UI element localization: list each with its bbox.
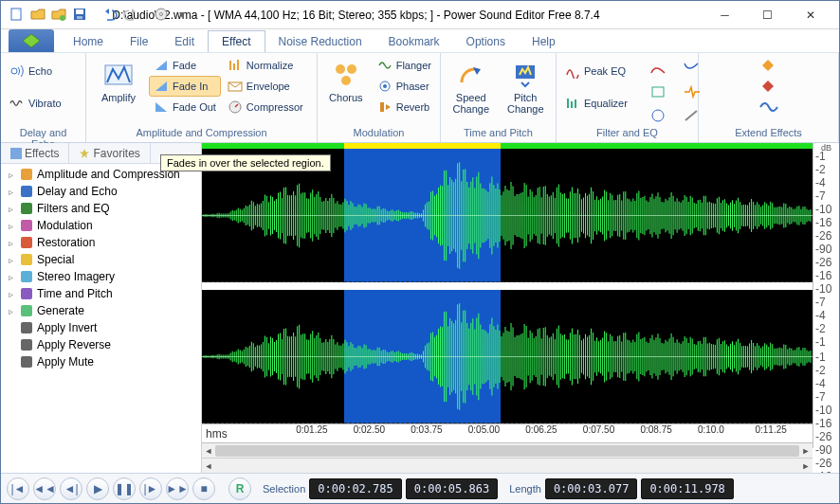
chorus-button[interactable]: Chorus	[321, 55, 371, 108]
tree-item[interactable]: Apply Invert	[1, 319, 201, 336]
tree-item[interactable]: ▹Time and Pitch	[1, 285, 201, 302]
close-button[interactable]: ✕	[789, 2, 831, 28]
tree-item[interactable]: Apply Reverse	[1, 336, 201, 353]
scroll-thumb[interactable]	[215, 445, 799, 457]
sidebar-tab-effects[interactable]: Effects	[1, 143, 69, 163]
tree-item[interactable]: Apply Mute	[1, 353, 201, 370]
transport-prev[interactable]: ◄|	[60, 477, 82, 500]
svg-rect-23	[575, 99, 576, 108]
qa-redo-icon[interactable]	[122, 6, 139, 23]
zoom-scrollbar[interactable]: ◄ ►	[202, 458, 813, 473]
tab-bookmark[interactable]: Bookmark	[375, 31, 453, 52]
tree-item-icon	[19, 218, 34, 233]
tree-item-icon	[19, 337, 34, 352]
transport-first[interactable]: |◄	[7, 477, 29, 500]
tab-file[interactable]: File	[117, 31, 161, 52]
expand-icon[interactable]: ▹	[5, 237, 16, 248]
tree-item[interactable]: ▹Delay and Echo	[1, 183, 201, 200]
extend-icon-2[interactable]	[758, 78, 779, 95]
compressor-icon	[228, 99, 243, 115]
expand-icon[interactable]: ▹	[5, 203, 16, 214]
filter-tool-5[interactable]	[642, 104, 674, 127]
transport-stop[interactable]: ■	[192, 477, 215, 500]
echo-button[interactable]: Echo	[5, 61, 66, 81]
equalizer-button[interactable]: Equalizer	[560, 93, 632, 114]
db-tick: -26	[815, 229, 837, 243]
filter-tool-3[interactable]	[642, 81, 674, 103]
tree-item-icon	[19, 269, 34, 284]
minimize-button[interactable]: ─	[703, 2, 746, 28]
tab-effect[interactable]: Effect	[208, 30, 265, 52]
compressor-button[interactable]: Compressor	[223, 97, 308, 117]
transport-play[interactable]: ▶	[86, 477, 109, 500]
qa-open2-icon[interactable]	[50, 6, 67, 23]
peak-eq-button[interactable]: Peak EQ	[560, 61, 632, 81]
expand-icon[interactable]: ▹	[5, 169, 16, 180]
transport-record[interactable]: R	[228, 477, 251, 500]
zoom-left-arrow[interactable]: ◄	[202, 459, 215, 474]
expand-icon[interactable]: ▹	[5, 220, 16, 231]
flanger-button[interactable]: Flanger	[373, 55, 436, 76]
normalize-button[interactable]: Normalize	[223, 55, 308, 76]
horizontal-scrollbar[interactable]: ◄ ►	[202, 442, 813, 458]
transport-ffwd[interactable]: ►►	[166, 477, 189, 500]
expand-icon[interactable]: ▹	[5, 254, 16, 265]
reverb-button[interactable]: Reverb	[373, 97, 436, 117]
fade-icon	[154, 58, 169, 73]
tab-home[interactable]: Home	[60, 31, 117, 52]
sidebar-tab-favorites[interactable]: Favorites	[69, 143, 150, 163]
tree-item[interactable]: ▹Filters and EQ	[1, 200, 201, 217]
effect-tree[interactable]: ▹Amplitude and Compression▹Delay and Ech…	[1, 164, 201, 473]
db-tick: -2	[815, 364, 837, 377]
fade-out-button[interactable]: Fade Out	[149, 97, 221, 117]
timeline[interactable]: hms0:01.250:02.500:03.750:05.000:06.250:…	[202, 423, 813, 442]
extend-icon-3[interactable]	[758, 99, 779, 116]
maximize-button[interactable]: ☐	[746, 2, 789, 28]
tab-noise-reduction[interactable]: Noise Reduction	[265, 31, 375, 52]
transport-pause[interactable]: ❚❚	[113, 477, 136, 500]
svg-marker-7	[23, 34, 40, 47]
phaser-button[interactable]: Phaser	[373, 76, 436, 97]
tree-item[interactable]: ▹Generate	[1, 302, 201, 319]
qa-save-icon[interactable]	[71, 6, 88, 23]
zoom-right-arrow[interactable]: ►	[799, 459, 813, 474]
qa-new-icon[interactable]	[9, 6, 26, 23]
pitch-change-button[interactable]: Pitch Change	[500, 55, 553, 119]
echo-icon	[9, 63, 25, 79]
tree-item[interactable]: ▹Restoration	[1, 234, 201, 251]
qa-dropdown-icon[interactable]: ▾	[173, 6, 191, 23]
amplify-button[interactable]: Amplify	[90, 55, 147, 108]
tree-item[interactable]: ▹Stereo Imagery	[1, 268, 201, 285]
envelope-button[interactable]: Envelope	[223, 76, 308, 97]
transport-rewind[interactable]: ◄◄	[33, 477, 56, 500]
tab-edit[interactable]: Edit	[161, 31, 208, 52]
scroll-right-arrow[interactable]: ►	[799, 443, 813, 459]
tab-help[interactable]: Help	[519, 31, 569, 52]
transport-next[interactable]: |►	[139, 477, 162, 500]
tree-item[interactable]: ▹Special	[1, 251, 201, 268]
fade-button[interactable]: Fade	[149, 55, 221, 76]
qa-open-icon[interactable]	[29, 6, 46, 23]
expand-icon[interactable]: ▹	[5, 288, 16, 299]
qa-undo-icon[interactable]	[101, 6, 119, 23]
expand-icon[interactable]: ▹	[5, 186, 16, 197]
tab-options[interactable]: Options	[453, 31, 519, 52]
filter-tool-1[interactable]	[642, 57, 674, 80]
fade-in-button[interactable]: Fade In	[149, 76, 221, 97]
speed-change-button[interactable]: Speed Change	[445, 55, 498, 119]
tree-item[interactable]: ▹Modulation	[1, 217, 201, 234]
tree-item-label: Modulation	[37, 219, 93, 232]
expand-icon	[5, 322, 16, 333]
expand-icon[interactable]: ▹	[5, 271, 16, 282]
tree-item-icon	[19, 354, 34, 369]
qa-cd-icon[interactable]	[153, 6, 170, 23]
waveform-channel-right[interactable]	[202, 290, 813, 423]
extend-icon-1[interactable]	[758, 57, 779, 74]
svg-rect-28	[21, 169, 32, 180]
scroll-left-arrow[interactable]: ◄	[202, 443, 215, 459]
waveform-view[interactable]: hms0:01.250:02.500:03.750:05.000:06.250:…	[202, 143, 813, 473]
vibrato-button[interactable]: Vibrato	[5, 93, 66, 114]
svg-rect-34	[21, 271, 32, 282]
app-menu-button[interactable]	[9, 29, 54, 52]
expand-icon[interactable]: ▹	[5, 305, 16, 316]
